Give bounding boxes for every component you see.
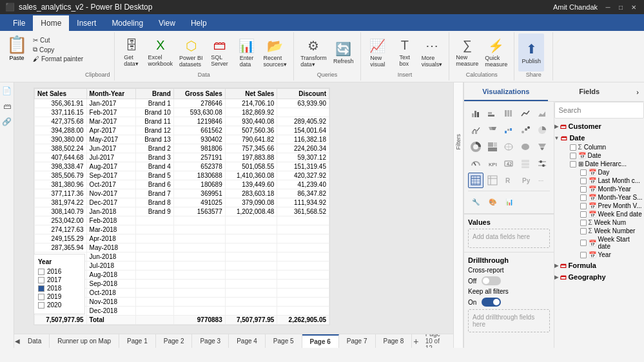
field-item-week-number[interactable]: Σ Week Number [570, 227, 645, 235]
year-checkbox-2020[interactable] [38, 302, 44, 309]
field-checkbox-week-num[interactable] [580, 220, 587, 226]
powerbi-datasets-button[interactable]: ⬡ Power BIdatasets [177, 33, 206, 71]
tab-insert[interactable]: Insert [69, 15, 104, 31]
format-painter-button[interactable]: 🖌 Format painter [31, 55, 85, 63]
formula-header[interactable]: ▶ 🗃 Formula [554, 260, 645, 271]
col-monthyear[interactable]: Month-Year [86, 89, 135, 99]
page-nav-left[interactable]: ◀ [14, 334, 20, 348]
col-grosssales[interactable]: Gross Sales [173, 89, 225, 99]
page-tab-6[interactable]: Page 6 [302, 334, 339, 348]
field-checkbox-column[interactable] [570, 144, 576, 151]
page-tab-8[interactable]: Page 8 [376, 334, 413, 348]
field-item-week-end-date[interactable]: 📅 Week End date [570, 210, 645, 218]
field-checkbox-hierarchy[interactable] [570, 161, 576, 167]
recent-sources-button[interactable]: 📂 Recentsources▾ [261, 33, 290, 71]
nav-data-button[interactable]: 🗃 [1, 100, 13, 112]
field-checkbox-month-year-s[interactable] [580, 195, 587, 201]
field-item-day[interactable]: 📅 Day [570, 168, 645, 176]
year-checkbox-2019[interactable] [38, 294, 44, 300]
viz-clustered-bar[interactable] [485, 106, 500, 121]
window-controls[interactable]: ─ □ ✕ [603, 2, 639, 12]
viz-card[interactable]: 42 [501, 156, 516, 171]
field-checkbox-month-year[interactable] [580, 186, 587, 193]
enter-data-button[interactable]: 📊 Enterdata [234, 33, 260, 71]
field-checkbox-date[interactable] [570, 153, 576, 159]
year-checkbox-2017[interactable] [38, 277, 44, 283]
text-box-button[interactable]: T Textbox [392, 33, 418, 71]
viz-donut-chart[interactable] [468, 139, 483, 155]
tab-help[interactable]: Help [183, 15, 215, 31]
minimize-button[interactable]: ─ [603, 2, 613, 12]
field-checkbox-week-end[interactable] [580, 211, 587, 218]
viz-pie-chart[interactable] [534, 122, 550, 138]
page-tab-runner-up[interactable]: Runner up on Map [50, 334, 119, 348]
tab-view[interactable]: View [151, 15, 183, 31]
viz-map[interactable] [501, 139, 516, 155]
year-item-2016[interactable]: 2016 [38, 268, 81, 275]
get-data-button[interactable]: 🗄 Getdata▾ [119, 33, 144, 71]
keep-all-filters-toggle[interactable] [482, 298, 501, 307]
transform-data-button[interactable]: ⚙ Transformdata▾ [298, 33, 329, 71]
viz-matrix[interactable] [485, 173, 500, 188]
page-tab-data[interactable]: Data [20, 334, 50, 348]
year-checkbox-2018[interactable] [38, 285, 44, 292]
page-tab-2[interactable]: Page 2 [156, 334, 193, 348]
viz-format-icon[interactable]: 🎨 [485, 194, 500, 209]
refresh-button[interactable]: 🔄 Refresh [331, 33, 356, 71]
viz-bar-chart[interactable] [468, 106, 483, 121]
field-checkbox-week-number[interactable] [580, 228, 587, 234]
add-page-button[interactable]: + [412, 334, 420, 348]
viz-area-chart[interactable] [534, 106, 550, 121]
excel-button[interactable]: X Excelworkbook [146, 33, 176, 71]
page-tab-5[interactable]: Page 5 [266, 334, 302, 348]
new-visual-button[interactable]: 📈 Newvisual [365, 33, 391, 71]
field-item-date[interactable]: 📅 Date [560, 151, 645, 160]
viz-scatter[interactable] [518, 122, 533, 138]
field-item-month-year-s[interactable]: 📅 Month-Year S... [570, 193, 645, 202]
viz-line-stacked[interactable] [468, 122, 483, 138]
paste-button[interactable]: 📋 Paste [4, 33, 30, 62]
field-item-week-num[interactable]: Σ Week Num [570, 218, 645, 227]
filters-panel[interactable]: Filters [453, 82, 463, 348]
cross-report-toggle[interactable] [482, 276, 501, 285]
page-tab-3[interactable]: Page 3 [192, 334, 229, 348]
col-netsales2[interactable]: Net Sales [225, 89, 277, 99]
year-item-2020[interactable]: 2020 [38, 301, 81, 309]
tab-file[interactable]: File [5, 15, 33, 31]
field-item-month-year[interactable]: 📅 Month-Year [570, 185, 645, 193]
fields-search-input[interactable] [554, 102, 645, 119]
field-checkbox-year[interactable] [580, 252, 587, 258]
viz-filled-map[interactable] [518, 139, 533, 155]
col-brand[interactable]: Brand [135, 89, 173, 99]
year-item-2019[interactable]: 2019 [38, 293, 81, 300]
field-checkbox-day[interactable] [580, 169, 587, 176]
more-visuals-button[interactable]: ⋯ Morevisuals▾ [419, 33, 445, 71]
tab-visualizations[interactable]: Visualizations [464, 82, 548, 101]
values-drop-area[interactable]: Add data fields here [468, 229, 550, 248]
viz-r-visual[interactable]: R [501, 173, 516, 188]
drillthrough-drop-area[interactable]: Add drillthrough fields here [468, 309, 550, 332]
field-item-year[interactable]: 📅 Year [570, 251, 645, 259]
viz-ribbon-chart[interactable] [485, 122, 500, 138]
customer-header[interactable]: ▶ 🗃 Customer [554, 121, 645, 131]
field-item-last-month[interactable]: 📅 Last Month c... [570, 176, 645, 185]
field-item-date-hierarchy[interactable]: ⊞ Date Hierarc... [560, 160, 645, 168]
year-item-2018[interactable]: 2018 [38, 285, 81, 292]
year-checkbox-2016[interactable] [38, 269, 44, 275]
viz-100pct-bar[interactable] [501, 106, 516, 121]
page-tab-1[interactable]: Page 1 [119, 334, 156, 348]
collapse-panel-button[interactable]: › [631, 82, 644, 101]
restore-button[interactable]: □ [616, 2, 626, 12]
field-item-column[interactable]: Σ Column [560, 143, 645, 151]
viz-kpi[interactable]: KPI [485, 156, 500, 171]
publish-button[interactable]: ⬆ Publish [518, 33, 544, 71]
viz-multi-row-card[interactable] [518, 156, 533, 171]
viz-build-icon[interactable]: 🔧 [468, 194, 483, 209]
viz-python-visual[interactable]: Py [518, 173, 533, 188]
page-tab-7[interactable]: Page 7 [339, 334, 376, 348]
filters-label[interactable]: Filters [455, 134, 462, 150]
close-button[interactable]: ✕ [629, 2, 639, 12]
nav-report-button[interactable]: 📄 [1, 85, 13, 97]
viz-funnel[interactable] [534, 139, 550, 155]
col-discount[interactable]: Discount [277, 89, 329, 99]
